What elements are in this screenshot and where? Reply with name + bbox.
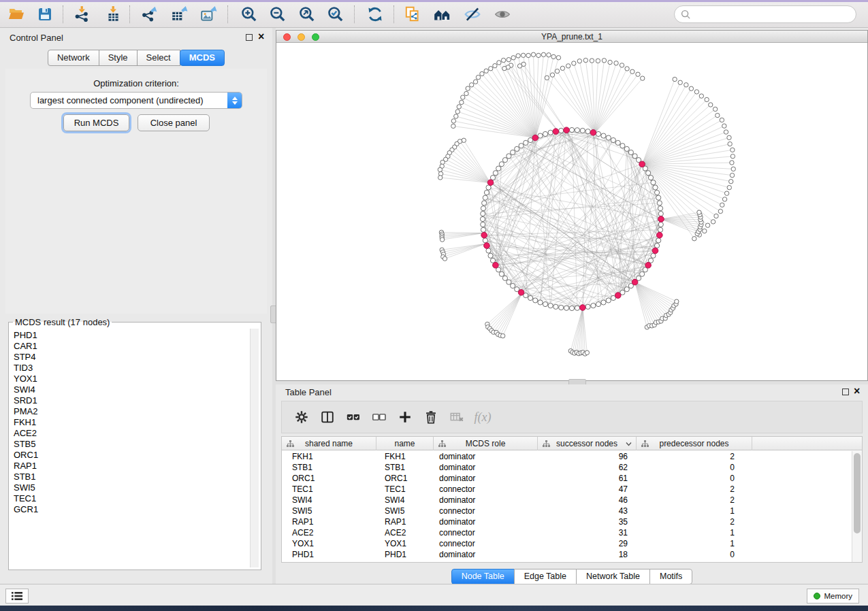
mcds-result-item[interactable]: SWI5 xyxy=(14,482,250,493)
dominator-node[interactable] xyxy=(645,262,652,268)
float-window-icon[interactable] xyxy=(842,389,849,395)
zoom-out-button[interactable] xyxy=(266,5,290,24)
column-header-name[interactable]: name xyxy=(376,437,434,450)
tab-network[interactable]: Network xyxy=(48,50,99,66)
network-graph[interactable] xyxy=(276,43,867,380)
mcds-result-item[interactable]: SWI4 xyxy=(14,384,250,395)
close-panel-button[interactable]: Close panel xyxy=(138,114,210,131)
mcds-result-item[interactable]: GCR1 xyxy=(14,504,250,515)
function-builder-button[interactable]: f(x) xyxy=(470,406,496,429)
first-neighbors-button[interactable] xyxy=(430,5,455,24)
tab-mcds[interactable]: MCDS xyxy=(180,50,225,66)
tab-node-table[interactable]: Node Table xyxy=(451,569,515,584)
export-table-button[interactable] xyxy=(167,5,191,24)
task-history-button[interactable] xyxy=(5,589,29,604)
table-row[interactable]: RAP1RAP1dominator352 xyxy=(282,516,852,527)
mcds-result-item[interactable]: PHD1 xyxy=(14,330,250,341)
tab-motifs[interactable]: Motifs xyxy=(649,569,692,584)
open-file-button[interactable] xyxy=(4,5,29,24)
mcds-result-item[interactable]: RAP1 xyxy=(14,461,250,472)
dominator-node[interactable] xyxy=(564,127,570,133)
dominator-node[interactable] xyxy=(658,216,664,222)
refresh-button[interactable] xyxy=(363,5,387,24)
zoom-in-button[interactable] xyxy=(237,5,261,24)
dominator-node[interactable] xyxy=(652,248,658,254)
dominator-node[interactable] xyxy=(615,293,621,299)
table-row[interactable]: ORC1ORC1dominator610 xyxy=(282,473,852,484)
tab-edge-table[interactable]: Edge Table xyxy=(514,569,577,584)
dominator-node[interactable] xyxy=(481,232,487,238)
delete-table-button[interactable] xyxy=(444,406,470,429)
select-all-button[interactable] xyxy=(340,406,366,429)
table-row[interactable]: TEC1TEC1connector472 xyxy=(282,484,852,495)
mcds-result-item[interactable]: SRD1 xyxy=(14,395,250,406)
dominator-node[interactable] xyxy=(532,135,539,141)
show-all-button[interactable] xyxy=(490,5,515,24)
table-settings-button[interactable] xyxy=(289,406,315,429)
optimization-criterion-select[interactable]: largest connected component (undirected) xyxy=(30,92,242,109)
import-network-button[interactable] xyxy=(69,5,94,24)
table-row[interactable]: SWI4SWI4dominator462 xyxy=(282,495,852,506)
copy-network-button[interactable] xyxy=(400,5,425,24)
export-image-button[interactable] xyxy=(196,5,221,24)
memory-button[interactable]: Memory xyxy=(807,589,859,604)
table-row[interactable]: STB1STB1dominator620 xyxy=(282,462,852,473)
table-row[interactable]: YOX1YOX1connector291 xyxy=(282,538,852,549)
export-network-button[interactable] xyxy=(137,5,161,24)
mcds-result-item[interactable]: FKH1 xyxy=(14,417,250,428)
table-row[interactable]: SWI5SWI5connector431 xyxy=(282,506,852,516)
deselect-all-button[interactable] xyxy=(366,406,392,429)
tab-network-table[interactable]: Network Table xyxy=(576,569,650,584)
mcds-panel: Optimization criterion: largest connecte… xyxy=(5,69,267,314)
dominator-node[interactable] xyxy=(553,129,559,135)
mcds-result-item[interactable]: STP4 xyxy=(14,352,250,363)
mcds-result-item[interactable]: ORC1 xyxy=(14,450,250,461)
mcds-result-item[interactable]: CAR1 xyxy=(14,341,250,352)
mcds-result-item[interactable]: STB1 xyxy=(14,472,250,482)
tab-style[interactable]: Style xyxy=(99,50,138,66)
run-mcds-button[interactable]: Run MCDS xyxy=(63,114,129,131)
network-window-titlebar[interactable]: YPA_prune.txt_1 xyxy=(276,31,867,43)
delete-row-button[interactable] xyxy=(418,406,444,429)
save-session-button[interactable] xyxy=(33,5,57,24)
column-header-shared-name[interactable]: shared name xyxy=(282,437,376,450)
search-input[interactable] xyxy=(695,7,856,21)
table-cell: 0 xyxy=(637,549,752,560)
import-table-button[interactable] xyxy=(101,5,125,24)
zoom-selected-button[interactable] xyxy=(323,5,348,24)
column-header-successor-nodes[interactable]: successor nodes xyxy=(538,437,637,450)
dominator-node[interactable] xyxy=(590,130,596,136)
dominator-node[interactable] xyxy=(639,161,645,167)
table-row[interactable]: ACE2ACE2connector311 xyxy=(282,527,852,538)
dominator-node[interactable] xyxy=(518,290,524,296)
table-scrollbar-thumb[interactable] xyxy=(854,453,861,533)
dominator-node[interactable] xyxy=(657,232,663,238)
mcds-result-item[interactable]: ACE2 xyxy=(14,428,250,439)
table-row[interactable]: FKH1FKH1dominator962 xyxy=(282,451,852,462)
table-scrollbar[interactable] xyxy=(852,451,862,562)
dominator-node[interactable] xyxy=(487,180,494,186)
network-canvas[interactable] xyxy=(276,43,867,380)
dominator-node[interactable] xyxy=(632,279,638,285)
dominator-node[interactable] xyxy=(493,262,499,268)
hide-selected-button[interactable] xyxy=(460,5,485,24)
column-header-MCDS-role[interactable]: MCDS role xyxy=(434,437,538,450)
mcds-list-scrollbar[interactable] xyxy=(250,329,259,567)
table-row[interactable]: PHD1PHD1dominator180 xyxy=(282,549,852,560)
mcds-result-item[interactable]: PMA2 xyxy=(14,406,250,417)
close-panel-icon[interactable]: × xyxy=(258,31,264,43)
dominator-node[interactable] xyxy=(484,243,490,249)
mcds-result-item[interactable]: YOX1 xyxy=(14,374,250,384)
dominator-node[interactable] xyxy=(579,305,585,311)
close-panel-icon[interactable]: × xyxy=(854,385,860,397)
float-window-icon[interactable] xyxy=(246,34,253,41)
tab-select[interactable]: Select xyxy=(137,50,180,66)
mcds-result-item[interactable]: STB5 xyxy=(14,439,250,450)
zoom-fit-button[interactable] xyxy=(295,5,319,24)
column-header-predecessor-nodes[interactable]: predecessor nodes xyxy=(637,437,752,450)
add-row-button[interactable] xyxy=(392,406,418,429)
mcds-result-item[interactable]: TID3 xyxy=(14,363,250,374)
table-cell: 2 xyxy=(637,495,752,506)
show-columns-button[interactable] xyxy=(315,406,340,429)
mcds-result-item[interactable]: TEC1 xyxy=(14,493,250,504)
